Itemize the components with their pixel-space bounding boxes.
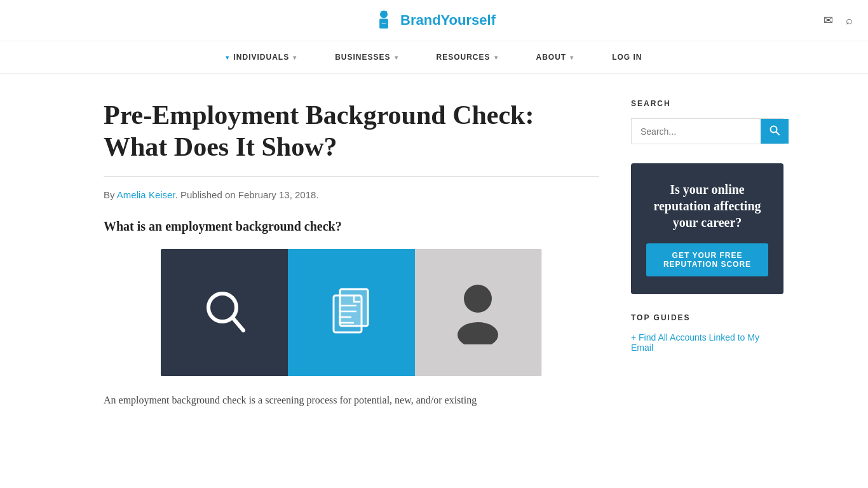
site-nav: ▾ INDIVIDUALS ▾ BUSINESSES ▾ RESOURCES ▾… xyxy=(0,41,868,74)
email-icon-button[interactable]: ✉ xyxy=(824,13,833,27)
ad-banner-inner: Is your online reputation affecting your… xyxy=(631,163,783,294)
nav-label-about: ABOUT xyxy=(536,53,567,62)
nav-login[interactable]: LOG IN xyxy=(593,41,661,73)
article-meta: By Amelia Keiser. Published on February … xyxy=(104,189,599,200)
sidebar-search-section: SEARCH xyxy=(631,99,783,144)
email-icon: ✉ xyxy=(824,14,833,27)
logo-icon xyxy=(372,9,395,32)
nav-chevron-about: ▾ xyxy=(570,54,574,61)
nav-item-businesses[interactable]: BUSINESSES ▾ xyxy=(316,41,417,73)
nav-item-about[interactable]: ABOUT ▾ xyxy=(517,41,593,73)
search-input[interactable] xyxy=(632,119,761,144)
article-divider xyxy=(104,176,599,177)
nav-label-individuals: INDIVIDUALS xyxy=(233,53,289,62)
img-panel-person xyxy=(415,249,542,376)
guide-link-accounts-email[interactable]: + Find All Accounts Linked to My Email xyxy=(631,332,783,353)
img-panel-magnifier xyxy=(161,249,288,376)
magnifier-icon xyxy=(202,287,247,338)
header-icons: ✉ ⌕ xyxy=(824,13,853,27)
top-guides-title: TOP GUIDES xyxy=(631,313,783,322)
search-submit-icon xyxy=(770,125,780,137)
logo-text: BrandYourself xyxy=(400,12,496,29)
nav-chevron-individuals: ▾ xyxy=(293,54,297,61)
meta-suffix: . Published on February 13, 2018. xyxy=(175,189,319,200)
search-submit-button[interactable] xyxy=(761,119,789,144)
svg-rect-3 xyxy=(382,23,386,24)
main-content: Pre-Employment Background Check: What Do… xyxy=(65,74,618,434)
nav-arrow-individuals: ▾ xyxy=(226,54,229,61)
nav-label-resources: RESOURCES xyxy=(437,53,491,62)
site-logo[interactable]: BrandYourself xyxy=(372,9,496,32)
article-hero-image xyxy=(161,249,542,376)
ad-banner-cta-button[interactable]: GET YOUR FREE REPUTATION SCORE xyxy=(646,243,768,276)
nav-item-resources[interactable]: RESOURCES ▾ xyxy=(417,41,517,73)
site-header: BrandYourself ✉ ⌕ xyxy=(0,0,868,41)
page-body: Pre-Employment Background Check: What Do… xyxy=(53,74,815,434)
person-silhouette-icon xyxy=(452,281,503,344)
nav-inner: ▾ INDIVIDUALS ▾ BUSINESSES ▾ RESOURCES ▾… xyxy=(0,41,868,73)
svg-point-13 xyxy=(458,322,498,344)
search-section-title: SEARCH xyxy=(631,99,783,108)
article-subheading: What is an employment background check? xyxy=(104,219,599,234)
search-icon: ⌕ xyxy=(846,14,853,27)
ad-banner-text: Is your online reputation affecting your… xyxy=(646,181,768,231)
search-icon-button[interactable]: ⌕ xyxy=(846,14,853,27)
img-panel-documents xyxy=(288,249,415,376)
meta-prefix: By xyxy=(104,189,117,200)
search-form xyxy=(631,118,783,144)
sidebar: SEARCH Is your online reputation affecti… xyxy=(618,74,796,434)
documents-icon xyxy=(326,284,377,341)
nav-chevron-resources: ▾ xyxy=(494,54,498,61)
article-intro-text: An employment background check is a scre… xyxy=(104,391,599,409)
nav-label-businesses: BUSINESSES xyxy=(335,53,390,62)
svg-line-15 xyxy=(776,132,780,135)
ad-banner: Is your online reputation affecting your… xyxy=(631,163,783,294)
sidebar-top-guides-section: TOP GUIDES + Find All Accounts Linked to… xyxy=(631,313,783,353)
svg-line-5 xyxy=(233,318,243,330)
article-title: Pre-Employment Background Check: What Do… xyxy=(104,99,599,163)
nav-item-individuals[interactable]: ▾ INDIVIDUALS ▾ xyxy=(207,41,316,73)
author-link[interactable]: Amelia Keiser xyxy=(117,189,175,200)
svg-rect-7 xyxy=(334,295,362,332)
nav-chevron-businesses: ▾ xyxy=(395,54,398,61)
svg-point-12 xyxy=(464,285,492,313)
